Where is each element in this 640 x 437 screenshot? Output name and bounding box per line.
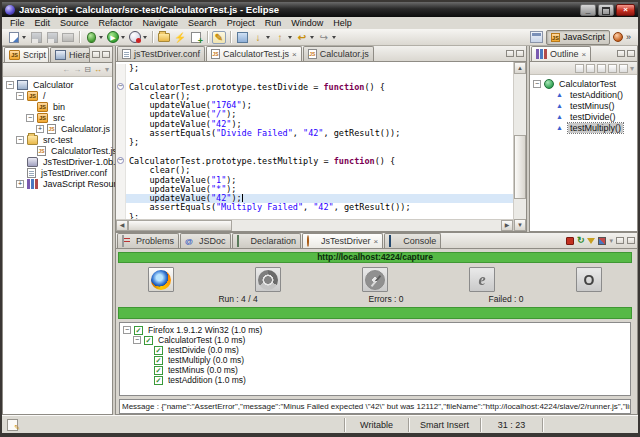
tree-item[interactable]: testMultiply (0.0 ms) bbox=[120, 355, 630, 365]
link-with-editor-icon[interactable]: ↔ bbox=[94, 65, 102, 74]
maximize-view-icon[interactable] bbox=[627, 50, 635, 57]
new-wizard-icon[interactable] bbox=[7, 31, 21, 44]
opera-browser-button[interactable]: O bbox=[576, 267, 602, 292]
prev-annotation-icon[interactable]: ↑ bbox=[273, 31, 287, 44]
sort-icon[interactable] bbox=[575, 64, 584, 73]
filter-icon[interactable] bbox=[587, 238, 595, 244]
collapse-expander-icon[interactable]: − bbox=[123, 326, 131, 334]
new-task-icon[interactable] bbox=[235, 31, 249, 44]
tree-item[interactable]: jsTestDriver.conf bbox=[3, 167, 112, 178]
run-icon[interactable]: ▶ bbox=[106, 31, 120, 44]
open-folder-icon[interactable] bbox=[157, 31, 171, 44]
code-line[interactable]: assertEquals("Divide Failed", "42", getR… bbox=[116, 129, 513, 138]
debug-icon[interactable] bbox=[84, 31, 98, 44]
collapse-all-icon[interactable] bbox=[619, 64, 628, 73]
code-line[interactable]: assertEquals("Multiply Failed", "42", ge… bbox=[116, 203, 513, 212]
minimize-button[interactable]: _ bbox=[580, 4, 596, 16]
tree-item[interactable]: testMinus (0.0 ms) bbox=[120, 365, 630, 375]
next-annotation-dropdown-icon[interactable] bbox=[266, 36, 270, 39]
menu-search[interactable]: Search bbox=[183, 17, 222, 29]
scroll-down-icon[interactable]: ▼ bbox=[514, 219, 526, 231]
tree-item[interactable]: testMinus() bbox=[530, 100, 637, 111]
stop-icon[interactable] bbox=[566, 237, 574, 245]
tree-item[interactable]: −CalculatorTest (1.0 ms) bbox=[120, 335, 630, 345]
tree-item[interactable]: JsTestDriver-1.0b.jar bbox=[3, 156, 112, 167]
tree-item[interactable]: −/ bbox=[3, 90, 112, 101]
lightning-icon[interactable]: ⚡ bbox=[173, 31, 187, 44]
collapse-expander-icon[interactable]: − bbox=[533, 80, 541, 88]
back-dropdown-icon[interactable] bbox=[310, 36, 314, 39]
collapse-expander-icon[interactable]: − bbox=[16, 92, 24, 100]
maximize-view-icon[interactable] bbox=[102, 51, 110, 58]
tab-hierarchy[interactable]: Hierar bbox=[50, 47, 90, 62]
tree-item[interactable]: −Firefox 1.9.1.2 Win32 (1.0 ms) bbox=[120, 325, 630, 335]
view-menu-icon[interactable]: ▾ bbox=[609, 237, 613, 245]
forward-icon[interactable]: → bbox=[73, 65, 81, 74]
close-button[interactable]: × bbox=[616, 4, 635, 16]
minimize-view-icon[interactable] bbox=[92, 51, 100, 58]
collapse-fold-icon[interactable]: − bbox=[117, 83, 124, 90]
fold-marker-icon[interactable]: − bbox=[116, 157, 126, 166]
maximize-view-icon[interactable] bbox=[516, 50, 524, 57]
toolbar-overflow-chevron[interactable]: » bbox=[626, 32, 631, 42]
forward-dropdown-icon[interactable] bbox=[332, 36, 336, 39]
run-history-icon[interactable] bbox=[128, 31, 142, 44]
prev-annotation-dropdown-icon[interactable] bbox=[288, 36, 292, 39]
safari-browser-button[interactable] bbox=[362, 267, 388, 292]
expand-expander-icon[interactable]: + bbox=[36, 125, 44, 133]
vertical-scroll-thumb[interactable] bbox=[514, 135, 526, 199]
perspective-javascript-button[interactable]: JS JavaScript bbox=[546, 30, 610, 45]
maximize-view-icon[interactable] bbox=[627, 237, 635, 244]
collapse-expander-icon[interactable]: − bbox=[6, 81, 14, 89]
collapse-fold-icon[interactable]: − bbox=[117, 157, 124, 164]
tab-problems[interactable]: Problems bbox=[117, 233, 179, 248]
collapse-expander-icon[interactable]: − bbox=[133, 336, 141, 344]
code-line[interactable]: }; bbox=[116, 138, 513, 147]
scroll-left-icon[interactable]: ◀ bbox=[116, 220, 128, 231]
scroll-up-icon[interactable]: ▲ bbox=[514, 62, 526, 74]
run-history-dropdown-icon[interactable] bbox=[143, 36, 147, 39]
tree-item[interactable]: +JavaScript Resources bbox=[3, 178, 112, 189]
tree-item[interactable]: testDivide (0.0 ms) bbox=[120, 345, 630, 355]
message-line[interactable]: Message : {"name":"AssertError","message… bbox=[119, 399, 631, 414]
code-lines[interactable]: };−CalculatorTest.prototype.testDivide =… bbox=[116, 62, 513, 219]
print-icon[interactable] bbox=[61, 31, 75, 44]
menu-source[interactable]: Source bbox=[55, 17, 94, 29]
minimize-view-icon[interactable] bbox=[616, 237, 624, 244]
tree-item[interactable]: −src bbox=[3, 112, 112, 123]
close-tab-icon[interactable]: × bbox=[292, 50, 297, 59]
collapse-expander-icon[interactable]: − bbox=[16, 136, 24, 144]
tree-item[interactable]: testAddition (1.0 ms) bbox=[120, 375, 630, 385]
editor-tab-CalculatorTest.js[interactable]: CalculatorTest.js× bbox=[206, 46, 302, 61]
hide-functions-icon[interactable] bbox=[586, 64, 595, 73]
firefox-browser-button[interactable] bbox=[148, 267, 174, 292]
save-all-icon[interactable] bbox=[45, 31, 59, 44]
minimize-view-icon[interactable] bbox=[506, 50, 514, 57]
tree-item[interactable]: testMultiply() bbox=[530, 122, 637, 133]
horizontal-scroll-thumb[interactable] bbox=[128, 220, 232, 231]
menu-file[interactable]: File bbox=[5, 17, 30, 29]
forward-icon[interactable]: ↪ bbox=[317, 31, 331, 44]
tree-item[interactable]: −Calculator bbox=[3, 79, 112, 90]
fold-marker-icon[interactable]: − bbox=[116, 83, 126, 92]
menu-project[interactable]: Project bbox=[222, 17, 260, 29]
mark-occurrences-icon[interactable]: ✎ bbox=[212, 31, 226, 44]
menu-edit[interactable]: Edit bbox=[30, 17, 56, 29]
tab-jstestdriver[interactable]: JsTestDriver× bbox=[302, 233, 383, 248]
editor-tab-Calculator.js[interactable]: Calculator.js bbox=[303, 46, 374, 61]
java-perspective-icon[interactable] bbox=[613, 32, 623, 42]
tab-declaration[interactable]: Declaration bbox=[232, 233, 302, 248]
save-icon[interactable] bbox=[29, 31, 43, 44]
tab-outline[interactable]: Outline × bbox=[531, 46, 591, 61]
menu-help[interactable]: Help bbox=[328, 17, 357, 29]
menu-navigate[interactable]: Navigate bbox=[138, 17, 184, 29]
new-snippet-icon[interactable] bbox=[189, 31, 203, 44]
tree-item[interactable]: −src-test bbox=[3, 134, 112, 145]
next-annotation-icon[interactable]: ↓ bbox=[251, 31, 265, 44]
hide-non-public-icon[interactable] bbox=[608, 64, 617, 73]
horizontal-scrollbar[interactable]: ◀ ▶ bbox=[116, 219, 513, 231]
maximize-button[interactable] bbox=[598, 4, 614, 16]
menu-refactor[interactable]: Refactor bbox=[94, 17, 138, 29]
ie-browser-button[interactable]: e bbox=[469, 267, 495, 292]
new-dropdown-icon[interactable] bbox=[22, 36, 26, 39]
